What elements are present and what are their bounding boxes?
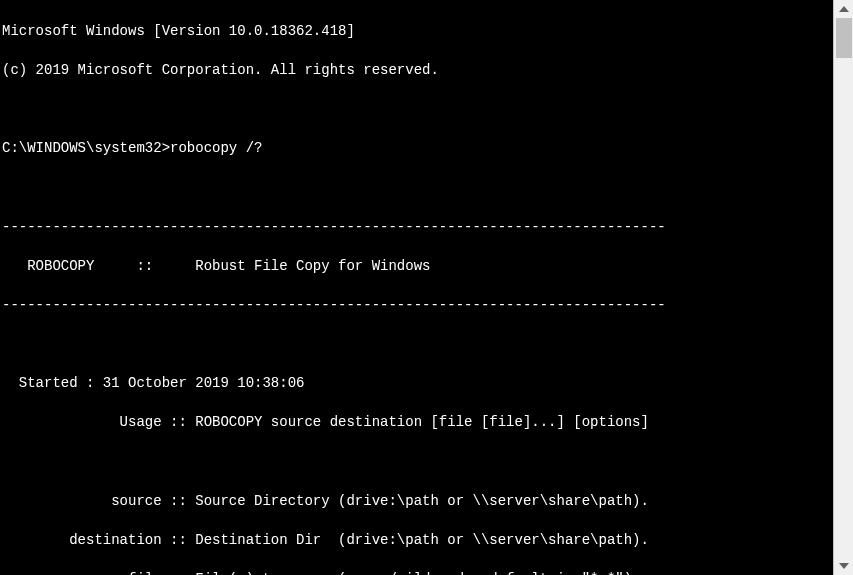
scroll-down-button[interactable] (834, 557, 853, 575)
blank-line (2, 178, 833, 198)
banner-line: ROBOCOPY :: Robust File Copy for Windows (2, 257, 833, 277)
prompt-path: C:\WINDOWS\system32> (2, 140, 170, 156)
separator-line: ----------------------------------------… (2, 218, 833, 238)
param-file: file :: File(s) to copy (names/wildcards… (2, 570, 833, 575)
terminal-output: Microsoft Windows [Version 10.0.18362.41… (0, 0, 833, 575)
param-destination: destination :: Destination Dir (drive:\p… (2, 531, 833, 551)
scroll-up-button[interactable] (834, 0, 853, 18)
blank-line (2, 100, 833, 120)
version-line: Microsoft Windows [Version 10.0.18362.41… (2, 22, 833, 42)
prompt-line: C:\WINDOWS\system32>robocopy /? (2, 139, 833, 159)
copyright-line: (c) 2019 Microsoft Corporation. All righ… (2, 61, 833, 81)
prompt-command: robocopy /? (170, 140, 262, 156)
chevron-up-icon (839, 6, 849, 12)
blank-line (2, 335, 833, 355)
chevron-down-icon (839, 563, 849, 569)
blank-line (2, 453, 833, 473)
usage-line: Usage :: ROBOCOPY source destination [fi… (2, 413, 833, 433)
param-source: source :: Source Directory (drive:\path … (2, 492, 833, 512)
started-line: Started : 31 October 2019 10:38:06 (2, 374, 833, 394)
scroll-thumb[interactable] (836, 18, 852, 58)
separator-line: ----------------------------------------… (2, 296, 833, 316)
vertical-scrollbar[interactable] (833, 0, 853, 575)
